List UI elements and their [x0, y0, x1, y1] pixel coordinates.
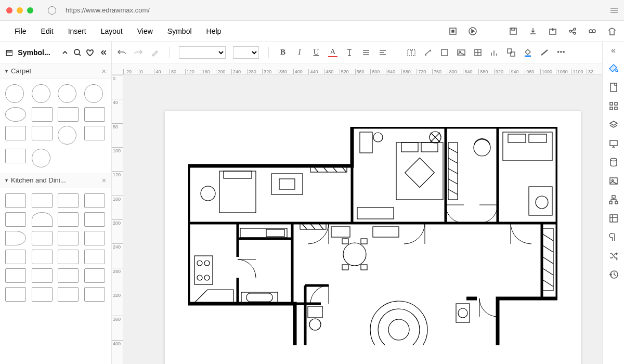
kitchen-shape[interactable]	[32, 250, 53, 264]
collapse-right-icon[interactable]: «	[611, 46, 616, 55]
database-icon[interactable]	[608, 157, 619, 167]
kitchen-shape[interactable]	[84, 250, 105, 264]
chart-icon[interactable]	[490, 48, 499, 57]
layers-icon[interactable]	[608, 120, 619, 130]
search-icon[interactable]	[73, 48, 81, 57]
more-button[interactable]: •••	[556, 48, 566, 57]
kitchen-shape[interactable]	[58, 287, 79, 302]
kitchen-shape[interactable]	[58, 193, 79, 208]
brush-icon[interactable]	[150, 48, 160, 57]
minimize-window[interactable]	[17, 7, 23, 14]
italic-button[interactable]: I	[295, 48, 304, 57]
connector-icon[interactable]	[423, 48, 433, 57]
carpet-shape[interactable]	[84, 84, 103, 103]
heart-icon[interactable]	[86, 48, 93, 57]
maximize-window[interactable]	[27, 7, 33, 14]
kitchen-shape[interactable]	[32, 287, 53, 302]
text-box-icon[interactable]: T	[407, 48, 416, 57]
text-color-button[interactable]: A	[328, 47, 337, 57]
tree-icon[interactable]	[608, 194, 619, 205]
table-icon[interactable]	[473, 48, 483, 57]
theme-icon[interactable]	[608, 63, 619, 74]
carpet-shape[interactable]	[5, 107, 26, 122]
url-bar[interactable]: https://www.edrawmax.com/	[66, 6, 150, 14]
shape-icon[interactable]	[440, 48, 449, 57]
text-highlight-icon[interactable]	[345, 48, 354, 57]
view-icon[interactable]	[588, 27, 597, 36]
carpet-shape[interactable]	[58, 107, 79, 122]
paragraph-icon[interactable]	[608, 232, 619, 242]
kitchen-shape[interactable]	[5, 193, 26, 208]
export-icon[interactable]	[548, 27, 557, 36]
carpet-shape[interactable]	[32, 84, 50, 103]
reload-icon[interactable]	[48, 6, 56, 15]
kitchen-shape[interactable]	[32, 231, 53, 245]
menu-symbol[interactable]: Symbol	[160, 27, 199, 35]
close-window[interactable]	[6, 7, 12, 14]
fill-icon[interactable]	[523, 48, 532, 57]
floorplan-drawing[interactable]	[188, 127, 557, 345]
kitchen-shape[interactable]	[58, 250, 79, 264]
canvas[interactable]	[123, 75, 602, 364]
download-icon[interactable]	[528, 27, 538, 36]
kitchen-shape[interactable]	[32, 193, 53, 208]
carpet-shape[interactable]	[32, 126, 53, 140]
presentation-icon[interactable]	[608, 138, 619, 149]
library-icon[interactable]	[5, 48, 12, 57]
line-spacing-icon[interactable]	[378, 48, 387, 57]
focus-icon[interactable]	[448, 27, 458, 36]
image-icon[interactable]	[457, 48, 466, 57]
carpet-shape[interactable]	[5, 84, 24, 103]
line-style-icon[interactable]	[540, 48, 549, 57]
properties-icon[interactable]	[608, 213, 619, 224]
menu-layout[interactable]: Layout	[94, 27, 130, 35]
carpet-shape[interactable]	[84, 107, 105, 122]
kitchen-shape[interactable]	[84, 268, 105, 283]
menu-insert[interactable]: Insert	[61, 27, 94, 35]
align-icon[interactable]	[361, 48, 371, 57]
history-icon[interactable]	[608, 269, 619, 280]
font-family-select[interactable]	[179, 46, 226, 59]
menu-file[interactable]: File	[7, 27, 34, 35]
menu-help[interactable]: Help	[199, 27, 229, 35]
carpet-shape[interactable]	[32, 149, 50, 167]
double-chevron-icon[interactable]	[99, 48, 106, 57]
close-panel-icon[interactable]: ×	[102, 67, 106, 75]
panel-carpet-header[interactable]: ▾ Carpet ×	[0, 63, 111, 79]
redo-icon[interactable]	[134, 48, 143, 57]
font-size-select[interactable]	[233, 46, 259, 59]
play-icon[interactable]	[468, 27, 477, 36]
carpet-shape[interactable]	[5, 149, 26, 163]
kitchen-shape[interactable]	[84, 193, 105, 208]
underline-button[interactable]: U	[311, 48, 321, 57]
menu-view[interactable]: View	[130, 27, 160, 35]
carpet-shape[interactable]	[58, 126, 76, 145]
kitchen-shape[interactable]	[58, 212, 79, 227]
carpet-shape[interactable]	[84, 126, 105, 140]
browser-menu-icon[interactable]	[610, 8, 618, 13]
kitchen-shape[interactable]	[32, 212, 53, 227]
grid-icon[interactable]	[608, 101, 619, 111]
undo-icon[interactable]	[117, 48, 126, 57]
kitchen-shape[interactable]	[84, 287, 105, 302]
group-icon[interactable]	[506, 48, 516, 57]
carpet-shape[interactable]	[58, 84, 76, 103]
kitchen-shape[interactable]	[84, 212, 105, 227]
save-icon[interactable]	[509, 27, 518, 36]
picture-icon[interactable]	[608, 176, 619, 186]
page-icon[interactable]	[608, 82, 619, 93]
kitchen-shape[interactable]	[5, 250, 26, 264]
kitchen-shape[interactable]	[58, 268, 79, 283]
shuffle-icon[interactable]	[608, 251, 619, 261]
kitchen-shape[interactable]	[5, 268, 26, 283]
kitchen-shape[interactable]	[5, 212, 26, 227]
carpet-shape[interactable]	[32, 107, 53, 122]
kitchen-shape[interactable]	[5, 287, 26, 302]
collapse-icon[interactable]	[61, 48, 68, 57]
shirt-icon[interactable]	[607, 27, 617, 36]
kitchen-shape[interactable]	[84, 231, 105, 245]
drawing-page[interactable]	[165, 111, 581, 364]
menu-edit[interactable]: Edit	[34, 27, 61, 35]
share-icon[interactable]	[568, 27, 577, 36]
bold-button[interactable]: B	[278, 48, 288, 57]
